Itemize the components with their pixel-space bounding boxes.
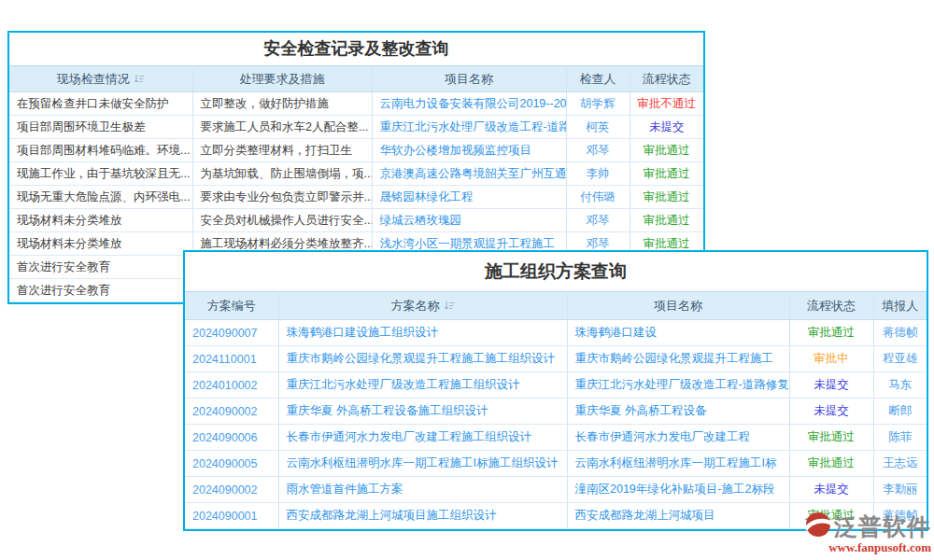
table-row: 项目部周围材料堆码临难。环境...立即分类整理材料，打扫卫生华软办公楼增加视频监…: [9, 139, 703, 162]
table-row: 现施工作业，由于基坑较深且无...为基坑卸载、防止围墙倒塌，项...京港澳高速公…: [9, 162, 703, 186]
inspection-text-cell: 项目部周围环境卫生极差: [9, 116, 192, 139]
plan-number-cell[interactable]: 2024090007: [185, 320, 278, 346]
fanpu-logo-icon: [802, 511, 832, 542]
person-name-cell[interactable]: 断郎: [873, 399, 927, 425]
person-name-cell[interactable]: 李勤丽: [873, 477, 927, 503]
plan-number-cell[interactable]: 2024090006: [185, 425, 278, 451]
project-link-cell[interactable]: 重庆市鹅岭公园绿化景观提升工程施工施工组织设计: [278, 346, 567, 372]
person-name-cell[interactable]: 柯英: [566, 116, 630, 139]
table-row: 项目部周围环境卫生极差要求施工人员和水车2人配合整...重庆江北污水处理厂级改造…: [9, 116, 703, 139]
person-name-cell[interactable]: 王志远: [873, 451, 927, 477]
person-name-cell[interactable]: 邓琴: [566, 209, 630, 232]
inspection-text-cell: 要求由专业分包负责立即警示并...: [192, 186, 372, 209]
inspection-text-cell: 现场材料未分类堆放: [9, 209, 192, 232]
column-header-5: 流程状态: [630, 66, 703, 92]
column-header-label: 方案名称: [391, 299, 440, 313]
column-header-label: 检查人: [580, 72, 616, 86]
table-row: 在预留检查井口未做安全防护立即整改，做好防护措施云南电力设备安装有限公司2019…: [9, 92, 703, 116]
project-link-cell[interactable]: 长春市伊通河水力发电厂改建工程施工组织设计: [278, 425, 567, 451]
status-badge-cell: 审批通过: [789, 425, 873, 451]
table-row: 2024090007珠海鹤港口建设施工组织设计珠海鹤港口建设审批通过蒋德帧: [185, 320, 927, 346]
plan-number-cell[interactable]: 2024090002: [185, 399, 278, 425]
status-badge-cell: 审批通过: [789, 320, 873, 346]
status-badge-cell: 审批通过: [789, 451, 873, 477]
project-link-cell[interactable]: 重庆江北污水处理厂级改造工程-道路修复: [567, 372, 789, 399]
plan-number-cell[interactable]: 2024110001: [185, 346, 278, 372]
column-header-label: 方案编号: [207, 299, 256, 313]
plan-number-cell[interactable]: 2024090005: [185, 451, 278, 477]
project-link-cell[interactable]: 绿城云栖玫瑰园: [372, 209, 566, 232]
table-row: 2024090006长春市伊通河水力发电厂改建工程施工组织设计长春市伊通河水力发…: [185, 425, 927, 451]
plan-table: 方案编号方案名称项目名称流程状态填报人 2024090007珠海鹤港口建设施工组…: [185, 291, 927, 529]
project-link-cell[interactable]: 潼南区2019年绿化补贴项目-施工2标段: [567, 477, 789, 503]
project-link-cell[interactable]: 京港澳高速公路粤境韶关至广州互通路面改: [372, 162, 566, 186]
table-row: 2024010002重庆江北污水处理厂级改造工程施工组织设计重庆江北污水处理厂级…: [185, 372, 927, 399]
person-name-cell[interactable]: 马东: [873, 372, 927, 399]
project-link-cell[interactable]: 西安成都路龙湖上河城项目施工组织设计: [278, 503, 567, 529]
table-row: 现场材料未分类堆放安全员对机械操作人员进行安全...绿城云栖玫瑰园邓琴审批通过: [9, 209, 703, 232]
brand-name: 泛普软件: [834, 511, 931, 542]
person-name-cell[interactable]: 胡学辉: [566, 92, 630, 116]
inspection-text-cell: 安全员对机械操作人员进行安全...: [192, 209, 372, 232]
table-row: 2024090002重庆华夏 外高桥工程设备施工组织设计重庆华夏 外高桥工程设备…: [185, 399, 927, 425]
project-link-cell[interactable]: 珠海鹤港口建设: [567, 320, 789, 346]
project-link-cell[interactable]: 重庆江北污水处理厂级改造工程-道路修复: [372, 116, 566, 139]
plan-number-cell[interactable]: 2024090001: [185, 503, 278, 529]
person-name-cell[interactable]: 李帅: [566, 162, 630, 186]
column-header-label: 流程状态: [643, 72, 691, 86]
inspection-text-cell: 现场材料未分类堆放: [9, 232, 192, 256]
column-header-4: 流程状态: [789, 292, 873, 320]
brand-watermark: 泛普软件 www.fanpusoft.com: [789, 511, 931, 555]
person-name-cell[interactable]: 程亚雄: [873, 346, 927, 372]
project-link-cell[interactable]: 重庆市鹅岭公园绿化景观提升工程施工: [567, 346, 789, 372]
column-header-2[interactable]: 方案名称: [278, 292, 567, 320]
status-badge-cell: 审批中: [789, 346, 873, 372]
table-row: 2024090005云南水利枢纽潜明水库一期工程施工I标施工组织设计云南水利枢纽…: [185, 451, 927, 477]
project-link-cell[interactable]: 雨水管道首件施工方案: [278, 477, 567, 503]
project-link-cell[interactable]: 云南电力设备安装有限公司2019--2020年度: [372, 92, 566, 116]
column-header-1: 方案编号: [185, 292, 278, 320]
inspection-text-cell: 现场无重大危险点源、内环强电...: [9, 186, 192, 209]
page: 安全检查记录及整改查询 现场检查情况处理要求及措施项目名称检查人流程状态 在预留…: [0, 0, 934, 560]
column-header-label: 项目名称: [445, 72, 493, 86]
project-link-cell[interactable]: 西安成都路龙湖上河城项目: [567, 503, 789, 529]
sort-icon[interactable]: [134, 73, 145, 87]
project-link-cell[interactable]: 晟铭园林绿化工程: [372, 186, 566, 209]
table-row: 2024110001重庆市鹅岭公园绿化景观提升工程施工施工组织设计重庆市鹅岭公园…: [185, 346, 927, 372]
status-badge-cell: 审批通过: [630, 209, 703, 232]
project-link-cell[interactable]: 重庆华夏 外高桥工程设备: [567, 399, 789, 425]
inspection-text-cell: 要求施工人员和水车2人配合整...: [192, 116, 372, 139]
inspection-text-cell: 在预留检查井口未做安全防护: [9, 92, 192, 116]
plan-panel-title: 施工组织方案查询: [185, 252, 927, 291]
status-badge-cell: 审批通过: [630, 139, 703, 162]
column-header-2: 处理要求及措施: [192, 66, 372, 92]
sort-icon[interactable]: [444, 300, 455, 314]
person-name-cell[interactable]: 陈菲: [873, 425, 927, 451]
plan-number-cell[interactable]: 2024090002: [185, 477, 278, 503]
project-link-cell[interactable]: 华软办公楼增加视频监控项目: [372, 139, 566, 162]
safety-table-header-row: 现场检查情况处理要求及措施项目名称检查人流程状态: [9, 66, 703, 92]
column-header-1[interactable]: 现场检查情况: [9, 66, 192, 92]
inspection-text-cell: 首次进行安全教育: [9, 279, 192, 302]
column-header-label: 现场检查情况: [57, 72, 130, 86]
person-name-cell[interactable]: 付伟璐: [566, 186, 630, 209]
construction-plan-query-panel: 施工组织方案查询 方案编号方案名称项目名称流程状态填报人 2024090007珠…: [183, 250, 928, 531]
project-link-cell[interactable]: 珠海鹤港口建设施工组织设计: [278, 320, 567, 346]
column-header-label: 流程状态: [807, 299, 856, 313]
person-name-cell[interactable]: 蒋德帧: [873, 320, 927, 346]
project-link-cell[interactable]: 重庆江北污水处理厂级改造工程施工组织设计: [278, 372, 567, 399]
column-header-3: 项目名称: [372, 66, 566, 92]
table-row: 2024090002雨水管道首件施工方案潼南区2019年绿化补贴项目-施工2标段…: [185, 477, 927, 503]
status-badge-cell: 未提交: [789, 477, 873, 503]
status-badge-cell: 审批通过: [630, 162, 703, 186]
status-badge-cell: 审批不通过: [630, 92, 703, 116]
project-link-cell[interactable]: 长春市伊通河水力发电厂改建工程: [567, 425, 789, 451]
project-link-cell[interactable]: 云南水利枢纽潜明水库一期工程施工I标: [567, 451, 789, 477]
project-link-cell[interactable]: 重庆华夏 外高桥工程设备施工组织设计: [278, 399, 567, 425]
column-header-3: 项目名称: [567, 292, 789, 320]
person-name-cell[interactable]: 邓琴: [566, 139, 630, 162]
column-header-4: 检查人: [566, 66, 630, 92]
brand-url: www.fanpusoft.com: [789, 540, 931, 555]
project-link-cell[interactable]: 云南水利枢纽潜明水库一期工程施工I标施工组织设计: [278, 451, 567, 477]
plan-number-cell[interactable]: 2024010002: [185, 372, 278, 399]
